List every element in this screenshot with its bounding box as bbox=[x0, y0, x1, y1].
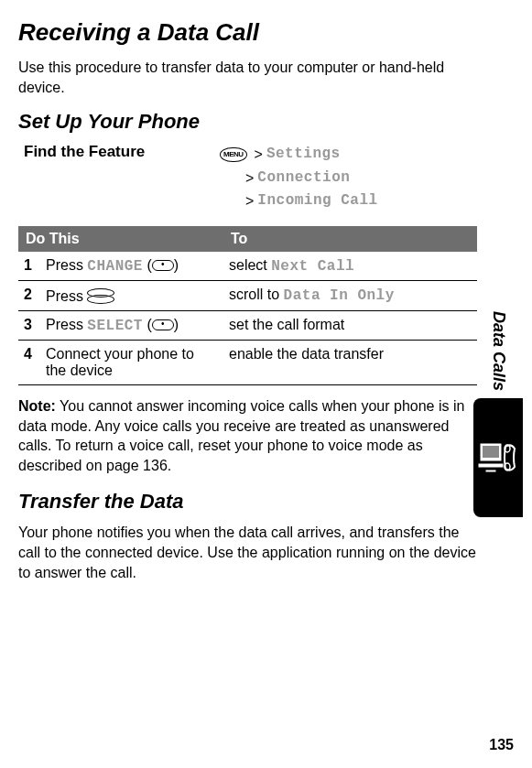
col-to: To bbox=[223, 226, 477, 252]
note-paragraph: Note: You cannot answer incoming voice c… bbox=[18, 396, 477, 475]
step-result: set the call format bbox=[223, 310, 477, 340]
steps-table: Do This To 1 Press CHANGE () select Next… bbox=[18, 226, 477, 385]
text: select bbox=[229, 257, 271, 273]
text: ( bbox=[143, 257, 152, 273]
option-next-call: Next Call bbox=[271, 258, 354, 275]
note-label: Note: bbox=[18, 398, 56, 414]
svg-rect-2 bbox=[478, 463, 504, 468]
menu-connection: Connection bbox=[257, 167, 350, 190]
col-do-this: Do This bbox=[18, 226, 223, 252]
text: Press bbox=[46, 317, 87, 332]
chapter-icon-box bbox=[473, 398, 523, 517]
menu-incoming: Incoming Call bbox=[257, 189, 377, 213]
note-body: You cannot answer incoming voice calls w… bbox=[18, 398, 464, 473]
find-feature-label: Find the Feature bbox=[18, 143, 220, 161]
step-number: 1 bbox=[18, 252, 40, 281]
chevron-icon: > bbox=[255, 143, 263, 167]
menu-settings: Settings bbox=[266, 143, 341, 167]
chevron-icon: > bbox=[245, 189, 254, 213]
intro-text: Use this procedure to transfer data to y… bbox=[18, 58, 477, 97]
step-action: Press bbox=[40, 280, 223, 310]
table-row: 2 Press scroll to Data In Only bbox=[18, 280, 477, 310]
find-feature-block: Find the Feature MENU > Settings > Conne… bbox=[18, 143, 477, 213]
menu-key-icon: MENU bbox=[220, 147, 247, 163]
chapter-label: Data Calls bbox=[489, 311, 508, 391]
transfer-heading: Transfer the Data bbox=[18, 490, 477, 514]
table-row: 4 Connect your phone to the device enabl… bbox=[18, 340, 477, 384]
option-data-in-only: Data In Only bbox=[284, 287, 395, 304]
svg-rect-3 bbox=[485, 470, 496, 472]
step-action: Press CHANGE () bbox=[40, 252, 223, 281]
chevron-icon: > bbox=[245, 167, 254, 190]
table-row: 1 Press CHANGE () select Next Call bbox=[18, 252, 477, 281]
softkey-change: CHANGE bbox=[87, 258, 143, 275]
text: ) bbox=[174, 257, 179, 273]
table-row: 3 Press SELECT () set the call format bbox=[18, 310, 477, 340]
text: Press bbox=[46, 288, 87, 304]
page-title: Receiving a Data Call bbox=[18, 18, 477, 47]
computer-phone-icon bbox=[478, 439, 518, 476]
step-action: Press SELECT () bbox=[40, 310, 223, 340]
text: ( bbox=[143, 317, 152, 332]
step-result: enable the data transfer bbox=[223, 340, 477, 384]
step-result: select Next Call bbox=[223, 252, 477, 281]
right-softkey-icon bbox=[152, 319, 174, 330]
text: scroll to bbox=[229, 287, 284, 302]
step-result: scroll to Data In Only bbox=[223, 280, 477, 310]
menu-path: MENU > Settings > Connection > Incoming … bbox=[220, 143, 378, 213]
text: Press bbox=[46, 257, 87, 273]
right-softkey-icon bbox=[152, 260, 174, 271]
setup-heading: Set Up Your Phone bbox=[18, 110, 477, 134]
nav-key-icon bbox=[87, 288, 113, 303]
svg-rect-1 bbox=[483, 446, 499, 458]
step-action: Connect your phone to the device bbox=[40, 340, 223, 384]
text: ) bbox=[174, 317, 179, 332]
softkey-select: SELECT bbox=[87, 318, 143, 334]
side-tab: Data Calls bbox=[473, 311, 523, 517]
step-number: 2 bbox=[18, 280, 40, 310]
step-number: 3 bbox=[18, 310, 40, 340]
page-number: 135 bbox=[489, 737, 514, 753]
transfer-body: Your phone notifies you when the data ca… bbox=[18, 523, 477, 582]
step-number: 4 bbox=[18, 340, 40, 384]
